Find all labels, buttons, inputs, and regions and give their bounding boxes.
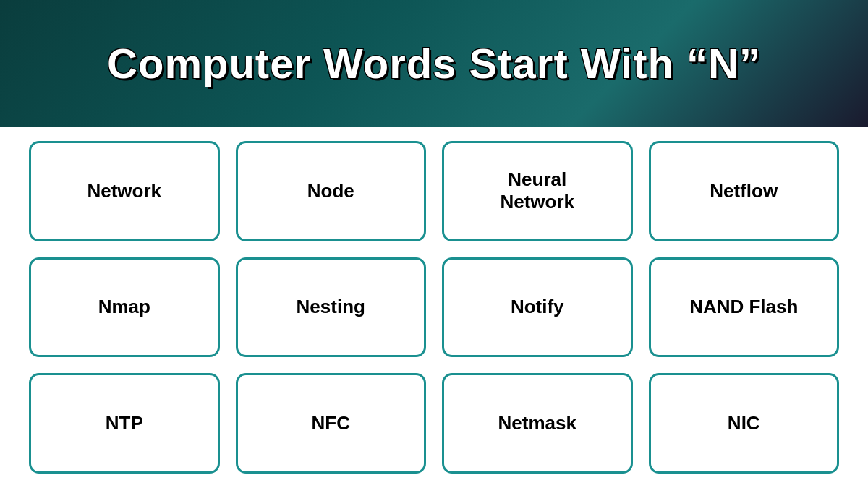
card-nesting[interactable]: Nesting bbox=[236, 257, 427, 358]
card-notify[interactable]: Notify bbox=[442, 257, 633, 358]
card-label-nfc: NFC bbox=[305, 405, 357, 442]
card-network[interactable]: Network bbox=[29, 141, 220, 241]
card-nand-flash[interactable]: NAND Flash bbox=[649, 257, 840, 358]
card-netmask[interactable]: Netmask bbox=[442, 373, 633, 474]
content-area: NetworkNodeNeural NetworkNetflowNmapNest… bbox=[0, 127, 868, 488]
card-nfc[interactable]: NFC bbox=[236, 373, 427, 474]
word-grid: NetworkNodeNeural NetworkNetflowNmapNest… bbox=[29, 141, 839, 474]
card-label-nic: NIC bbox=[720, 405, 767, 442]
card-node[interactable]: Node bbox=[236, 141, 427, 241]
card-netflow[interactable]: Netflow bbox=[649, 141, 840, 241]
card-label-nand-flash: NAND Flash bbox=[682, 288, 805, 325]
card-ntp[interactable]: NTP bbox=[29, 373, 220, 474]
card-label-network: Network bbox=[80, 173, 169, 210]
card-label-netflow: Netflow bbox=[702, 173, 785, 210]
header: Computer Words Start With “N” bbox=[0, 0, 868, 127]
card-label-node: Node bbox=[300, 173, 362, 210]
card-label-neural-network: Neural Network bbox=[493, 161, 582, 221]
card-nmap[interactable]: Nmap bbox=[29, 257, 220, 358]
card-label-ntp: NTP bbox=[98, 405, 150, 442]
card-label-nmap: Nmap bbox=[91, 288, 158, 325]
card-label-netmask: Netmask bbox=[491, 405, 584, 442]
page-title: Computer Words Start With “N” bbox=[107, 39, 761, 87]
card-nic[interactable]: NIC bbox=[649, 373, 840, 474]
card-neural-network[interactable]: Neural Network bbox=[442, 141, 633, 241]
card-label-notify: Notify bbox=[503, 288, 571, 325]
card-label-nesting: Nesting bbox=[289, 288, 373, 325]
